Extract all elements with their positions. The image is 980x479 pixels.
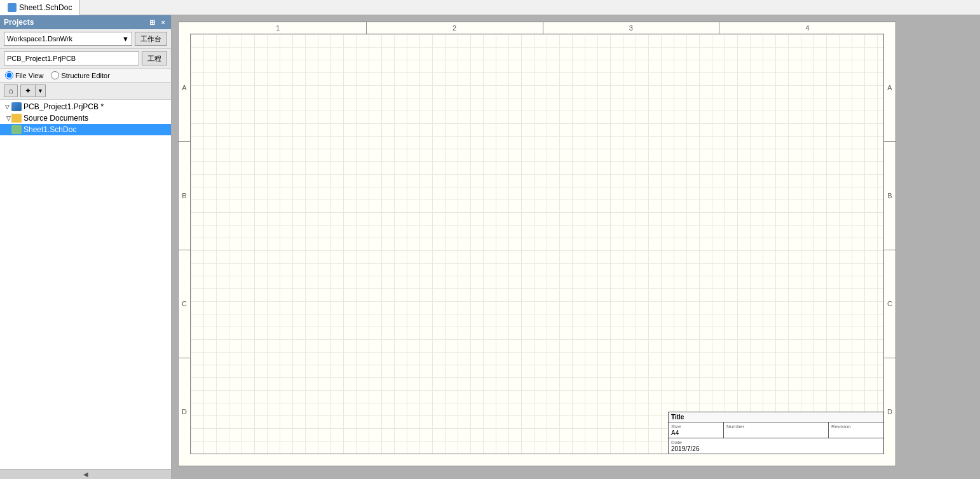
sidebar-title: Projects <box>4 18 34 27</box>
col-marker-2: 2 <box>367 22 543 34</box>
sheet-grid[interactable] <box>190 34 884 454</box>
source-docs-label: Source Documents <box>24 114 88 123</box>
sheet1-label: Sheet1.SchDoc <box>24 125 76 134</box>
sidebar-toolbar: ⌂ ✦ ▼ <box>0 83 171 100</box>
tab-bar: Sheet1.SchDoc <box>0 0 980 15</box>
number-cell: Number <box>724 422 829 438</box>
add-dropdown-arrow[interactable]: ▼ <box>36 85 45 97</box>
add-icon[interactable]: ✦ <box>21 85 36 97</box>
title-block-date-row: Date 2019/7/26 <box>669 438 883 454</box>
project-button[interactable]: 工程 <box>142 51 167 65</box>
project-controls: 工程 <box>0 49 171 69</box>
sheet-icon <box>8 3 17 12</box>
add-button[interactable]: ✦ ▼ <box>20 84 46 97</box>
structure-editor-radio[interactable] <box>51 71 59 79</box>
pin-icon[interactable]: ⊞ <box>147 18 157 27</box>
workspace-dropdown[interactable]: Workspace1.DsnWrk ▼ <box>4 32 132 46</box>
project-input[interactable] <box>4 51 139 65</box>
row-marker-d-right: D <box>884 358 895 466</box>
title-block: Title Size A4 Number Revision <box>668 412 884 454</box>
size-label: Size <box>671 424 721 429</box>
sidebar-title-bar: Projects ⊞ × <box>0 15 171 29</box>
home-button[interactable]: ⌂ <box>4 84 18 97</box>
schematic-icon <box>11 125 22 134</box>
expand-icon-source: ▽ <box>3 115 11 121</box>
row-marker-b-left: B <box>179 142 190 250</box>
revision-cell: Revision <box>829 422 883 438</box>
pcb-project-icon <box>11 102 22 111</box>
file-tree: ▽ PCB_Project1.PrjPCB * ▽ Source Documen… <box>0 100 171 469</box>
title-block-title-row: Title <box>669 412 883 422</box>
col-marker-1: 1 <box>190 22 367 34</box>
file-view-label: File View <box>15 72 43 79</box>
expand-icon: ▽ <box>3 104 11 110</box>
close-icon[interactable]: × <box>160 18 167 27</box>
home-icon: ⌂ <box>8 86 13 95</box>
tree-item-source-docs[interactable]: ▽ Source Documents <box>0 112 171 124</box>
sidebar-title-icons: ⊞ × <box>147 18 167 27</box>
row-marker-a-right: A <box>884 34 895 142</box>
project-label: PCB_Project1.PrjPCB * <box>24 102 104 111</box>
col-marker-3: 3 <box>543 22 720 34</box>
scroll-left-button[interactable]: ◀ <box>83 471 88 478</box>
tab-label: Sheet1.SchDoc <box>19 3 72 12</box>
canvas-area: 1 2 3 4 A <box>172 15 980 479</box>
schematic-wrapper[interactable]: 1 2 3 4 A <box>172 15 980 479</box>
size-value: A4 <box>671 429 721 436</box>
schematic-sheet[interactable]: 1 2 3 4 A <box>178 22 896 466</box>
date-cell: Date 2019/7/26 <box>669 438 883 454</box>
tree-item-project[interactable]: ▽ PCB_Project1.PrjPCB * <box>0 101 171 112</box>
expand-icon-sheet <box>3 126 11 133</box>
row-marker-d-left: D <box>179 358 190 466</box>
file-view-option[interactable]: File View <box>5 71 43 79</box>
row-marker-c-left: C <box>179 250 190 358</box>
folder-icon <box>11 114 22 123</box>
workspace-controls: Workspace1.DsnWrk ▼ 工作台 <box>0 29 171 49</box>
structure-editor-label: Structure Editor <box>61 72 109 79</box>
structure-editor-option[interactable]: Structure Editor <box>51 71 109 79</box>
workspace-label: Workspace1.DsnWrk <box>7 35 72 43</box>
sidebar-bottom: ◀ <box>0 469 171 479</box>
title-label: Title <box>671 414 684 421</box>
revision-label: Revision <box>831 424 881 429</box>
tree-item-sheet1[interactable]: Sheet1.SchDoc <box>0 124 171 135</box>
main-area: Projects ⊞ × Workspace1.DsnWrk ▼ 工作台 工程 … <box>0 15 980 479</box>
number-label: Number <box>726 424 826 429</box>
row-marker-b-right: B <box>884 142 895 250</box>
size-cell: Size A4 <box>669 422 724 438</box>
row-marker-c-right: C <box>884 250 895 358</box>
workspace-button[interactable]: 工作台 <box>135 32 167 46</box>
row-marker-a-left: A <box>179 34 190 142</box>
column-markers: 1 2 3 4 <box>179 22 895 34</box>
dropdown-arrow: ▼ <box>122 35 129 43</box>
col-marker-4: 4 <box>719 22 895 34</box>
date-value: 2019/7/26 <box>671 445 881 452</box>
row-markers-right: A B C D <box>884 22 895 466</box>
tab-sheet1[interactable]: Sheet1.SchDoc <box>0 0 80 15</box>
title-block-size-row: Size A4 Number Revision <box>669 422 883 438</box>
date-label: Date <box>671 440 881 445</box>
projects-panel: Projects ⊞ × Workspace1.DsnWrk ▼ 工作台 工程 … <box>0 15 172 479</box>
file-view-radio[interactable] <box>5 71 13 79</box>
row-markers-left: A B C D <box>179 22 190 466</box>
view-options: File View Structure Editor <box>0 69 171 83</box>
